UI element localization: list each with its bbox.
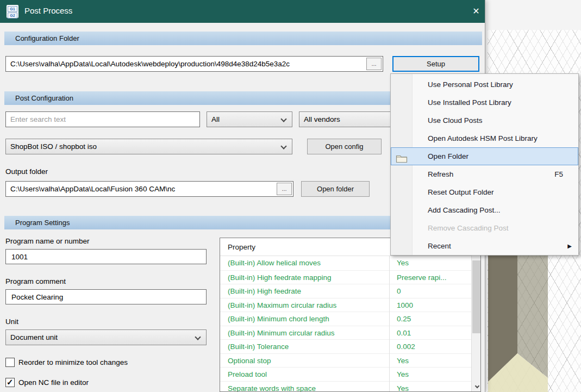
configuration-folder-field: ... (5, 56, 383, 72)
search-input[interactable] (5, 111, 200, 127)
menu-items: Use Personal Post Library Use Installed … (391, 76, 578, 255)
menu-item-add-cascading-post[interactable]: Add Cascading Post... (391, 201, 578, 219)
property-value: Preserve rapi... (397, 271, 470, 284)
menu-item-label: Use Cloud Posts (428, 116, 483, 125)
table-scrollbar[interactable] (471, 238, 480, 391)
menu-item-label: Reset Output Folder (428, 188, 494, 196)
browse-button[interactable]: ... (366, 58, 382, 70)
property-row-built-in-tolerance[interactable]: (Built-in) Tolerance 0.002 (220, 339, 480, 353)
property-name: (Built-in) High feedrate (228, 284, 383, 298)
menu-item-label: Recent (428, 242, 451, 250)
screen: NAGE ▼ ⚙ ADD-INS G1 G2 Post Process ✕ Co… (0, 0, 581, 392)
property-name: (Built-in) High feedrate mapping (228, 271, 383, 284)
menu-item-shortcut: F5 (554, 165, 563, 183)
dialog-title: Post Process (24, 6, 72, 15)
unit-label: Unit (5, 318, 18, 326)
menu-item-recent[interactable]: Recent ▶ (391, 237, 578, 255)
menu-item-reset-output-folder[interactable]: Reset Output Folder (391, 183, 578, 201)
open-config-button[interactable]: Open config (307, 139, 382, 154)
capability-dropdown[interactable]: All (207, 111, 292, 127)
property-row-optional-stop[interactable]: Optional stop Yes (220, 353, 480, 368)
property-table: Property (Built-in) Allow helical moves … (220, 238, 481, 392)
output-folder-label: Output folder (5, 167, 48, 176)
property-value: 0 (397, 284, 470, 298)
post-process-icon: G1 G2 (7, 5, 18, 18)
menu-item-use-installed-post-library[interactable]: Use Installed Post Library (391, 94, 578, 111)
property-row-built-in-minimum-chord-length[interactable]: (Built-in) Minimum chord length 0.25 (220, 312, 480, 326)
menu-item-open-folder[interactable]: Open Folder (391, 147, 578, 165)
browse-button[interactable]: ... (277, 183, 292, 195)
program-name-label: Program name or number (5, 237, 90, 245)
property-name: Preload tool (228, 368, 383, 381)
chevron-down-icon (280, 143, 286, 149)
setup-button[interactable]: Setup (392, 56, 479, 72)
menu-item-label: Add Cascading Post... (428, 206, 501, 214)
open-nc-checkbox-row: Open NC file in editor (5, 378, 89, 387)
reorder-checkbox[interactable] (5, 358, 15, 367)
chevron-down-icon (280, 116, 286, 122)
property-name: Optional stop (228, 354, 383, 368)
menu-item-label: Open Autodesk HSM Post Library (428, 134, 538, 142)
chevron-down-icon (195, 334, 201, 340)
property-value: 0.25 (397, 312, 470, 326)
program-name-input[interactable] (5, 249, 207, 264)
property-row-built-in-allow-helical-moves[interactable]: (Built-in) Allow helical moves Yes (220, 256, 480, 270)
configuration-folder-path-input[interactable] (6, 57, 383, 71)
menu-item-label: Use Installed Post Library (428, 98, 511, 107)
property-name: (Built-in) Maximum circular radius (228, 298, 383, 312)
property-value: Yes (397, 256, 470, 270)
property-value: Yes (397, 382, 470, 392)
property-value: Yes (397, 354, 470, 368)
open-nc-checkbox-label: Open NC file in editor (18, 378, 89, 387)
chevron-down-icon (475, 384, 479, 388)
menu-item-open-autodesk-hsm-post-library[interactable]: Open Autodesk HSM Post Library (391, 129, 578, 147)
menu-item-label: Remove Cascading Post (428, 224, 509, 232)
setup-context-menu: Use Personal Post Library Use Installed … (390, 73, 579, 256)
open-folder-button[interactable]: Open folder (301, 181, 370, 197)
unit-dropdown[interactable]: Document unit (5, 329, 207, 345)
output-folder-field: ... (5, 181, 293, 197)
menu-item-remove-cascading-post[interactable]: Remove Cascading Post (391, 219, 578, 237)
program-comment-label: Program comment (5, 277, 66, 285)
reorder-checkbox-label: Reorder to minimize tool changes (18, 358, 128, 366)
menu-item-refresh[interactable]: Refresh F5 (391, 165, 578, 183)
property-name: Separate words with space (228, 382, 383, 392)
menu-item-use-personal-post-library[interactable]: Use Personal Post Library (391, 76, 578, 94)
property-row-built-in-high-feedrate[interactable]: (Built-in) High feedrate 0 (220, 284, 480, 298)
property-row-preload-tool[interactable]: Preload tool Yes (220, 367, 480, 381)
property-value: 1000 (397, 298, 470, 312)
property-name: (Built-in) Tolerance (228, 340, 383, 353)
property-value: 0.002 (397, 340, 470, 353)
menu-item-label: Use Personal Post Library (428, 80, 513, 89)
column-divider (389, 256, 390, 391)
folder-icon (396, 152, 408, 161)
property-rows: (Built-in) Allow helical moves Yes (Buil… (220, 256, 480, 392)
scrollbar-thumb[interactable] (472, 260, 480, 333)
menu-item-use-cloud-posts[interactable]: Use Cloud Posts (391, 111, 578, 129)
toolbar-background: NAGE ▼ ⚙ ADD-INS (478, 0, 581, 30)
open-nc-checkbox[interactable] (5, 378, 15, 387)
submenu-arrow-icon: ▶ (567, 237, 572, 255)
property-name: (Built-in) Minimum circular radius (228, 326, 383, 340)
output-folder-path-input[interactable] (6, 182, 293, 196)
program-comment-input[interactable] (5, 289, 207, 304)
property-row-separate-words-with-space[interactable]: Separate words with space Yes (220, 381, 480, 392)
property-row-built-in-maximum-circular-radius[interactable]: (Built-in) Maximum circular radius 1000 (220, 298, 480, 312)
dialog-titlebar[interactable]: G1 G2 Post Process ✕ (0, 0, 485, 23)
3d-model[interactable] (488, 250, 581, 392)
menu-item-label: Refresh (428, 170, 453, 178)
property-name: (Built-in) Minimum chord length (228, 312, 383, 326)
section-header-configuration-folder: Configuration Folder (4, 32, 482, 45)
property-row-built-in-minimum-circular-radius[interactable]: (Built-in) Minimum circular radius 0.01 (220, 326, 480, 340)
property-row-built-in-high-feedrate-mapping[interactable]: (Built-in) High feedrate mapping Preserv… (220, 270, 480, 284)
property-value: 0.01 (397, 326, 470, 340)
property-value: Yes (397, 368, 470, 381)
property-name: (Built-in) Allow helical moves (228, 256, 383, 270)
reorder-checkbox-row: Reorder to minimize tool changes (5, 358, 128, 367)
close-icon[interactable]: ✕ (467, 3, 485, 20)
post-dropdown[interactable]: ShopBot ISO / shopbot iso (5, 139, 292, 154)
menu-item-label: Open Folder (428, 152, 468, 160)
scrollbar-down-button[interactable] (472, 382, 481, 391)
